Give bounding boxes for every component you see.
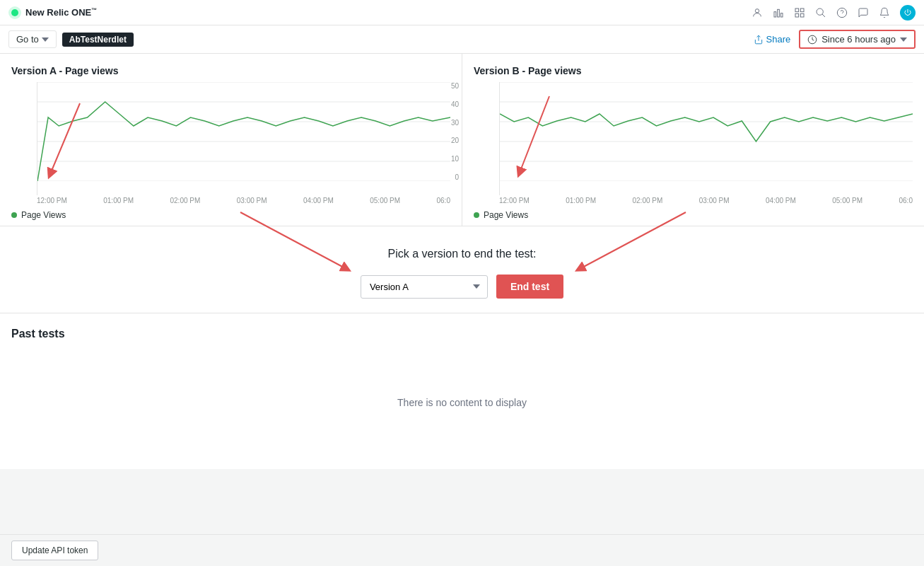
version-a-title: Version A - Page views [11,65,450,76]
logo-text: New Relic ONE™ [25,7,97,18]
version-a-x-axis: 12:00 PM 01:00 PM 02:00 PM 03:00 PM 04:0… [37,197,450,204]
svg-line-11 [822,14,825,17]
pick-version-section: Pick a version to end the test: Version … [0,226,924,313]
svg-rect-3 [774,11,776,16]
version-a-legend-label: Page Views [21,210,66,220]
nr-logo: New Relic ONE™ [8,6,97,19]
past-tests-title: Past tests [11,328,913,340]
version-b-legend: Page Views [474,210,913,220]
toolbar: Go to AbTestNerdlet Share Since 6 hours … [0,25,924,54]
top-nav: New Relic ONE™ [0,0,924,25]
version-b-panel: Version B - Page views 50 40 30 20 10 0 [462,54,924,226]
search-icon[interactable] [815,7,826,18]
user-icon[interactable] [752,7,763,18]
version-a-wrapper: 50 40 30 20 10 0 [11,82,450,204]
bar-chart-icon[interactable] [773,7,784,18]
end-test-button[interactable]: End test [496,275,563,299]
nav-left: New Relic ONE™ [8,6,97,19]
version-a-legend: Page Views [11,210,450,220]
svg-rect-7 [800,8,804,12]
help-icon[interactable] [836,7,848,18]
nr-logo-icon [8,6,21,19]
version-a-chart-area [37,82,450,195]
clock-icon [807,35,817,45]
version-b-svg [500,82,913,181]
version-b-y-axis: 50 40 30 20 10 0 [451,82,459,181]
legend-dot-b [474,212,479,218]
toolbar-right: Share Since 6 hours ago [754,30,916,49]
svg-point-1 [11,9,18,16]
top-nav-icons [752,5,916,21]
version-a-svg [37,82,450,181]
version-a-panel: Version A - Page views 50 40 30 20 10 0 [0,54,462,226]
go-to-button[interactable]: Go to [8,30,57,48]
connector-arrows [0,226,924,313]
time-label: Since 6 hours ago [821,34,896,45]
past-tests-section: Past tests There is no content to displa… [0,313,924,469]
version-b-wrapper: 50 40 30 20 10 0 [474,82,913,204]
time-chevron-icon [900,37,907,42]
pick-version-title: Pick a version to end the test: [0,248,924,260]
svg-point-2 [755,8,759,12]
grid-icon[interactable] [794,7,805,18]
version-b-title: Version B - Page views [474,65,913,76]
share-icon [754,35,764,45]
share-label: Share [766,34,791,45]
legend-dot-a [11,212,17,218]
bell-icon[interactable] [879,7,890,18]
power-icon[interactable] [900,5,916,21]
message-icon[interactable] [858,7,869,18]
go-to-label: Go to [16,34,39,45]
chevron-down-icon [42,37,49,42]
charts-row: Version A - Page views 50 40 30 20 10 0 [0,54,924,226]
version-select[interactable]: Version A Version B [361,275,488,299]
svg-rect-5 [780,13,783,16]
version-b-chart-area [499,82,913,195]
toolbar-left: Go to AbTestNerdlet [8,30,134,48]
svg-point-12 [837,8,846,17]
version-b-legend-label: Page Views [484,210,528,220]
svg-rect-8 [795,13,799,17]
svg-rect-4 [778,9,780,17]
svg-rect-9 [800,13,804,17]
version-b-x-axis: 12:00 PM 01:00 PM 02:00 PM 03:00 PM 04:0… [499,197,913,204]
no-content-text: There is no content to display [11,397,913,408]
pick-version-controls: Version A Version B End test [0,275,924,299]
time-range-button[interactable]: Since 6 hours ago [799,30,916,49]
ab-test-tag: AbTestNerdlet [62,33,134,47]
svg-point-10 [817,8,823,15]
share-button[interactable]: Share [754,34,791,45]
svg-rect-6 [795,8,799,12]
main-content: Version A - Page views 50 40 30 20 10 0 [0,54,924,469]
